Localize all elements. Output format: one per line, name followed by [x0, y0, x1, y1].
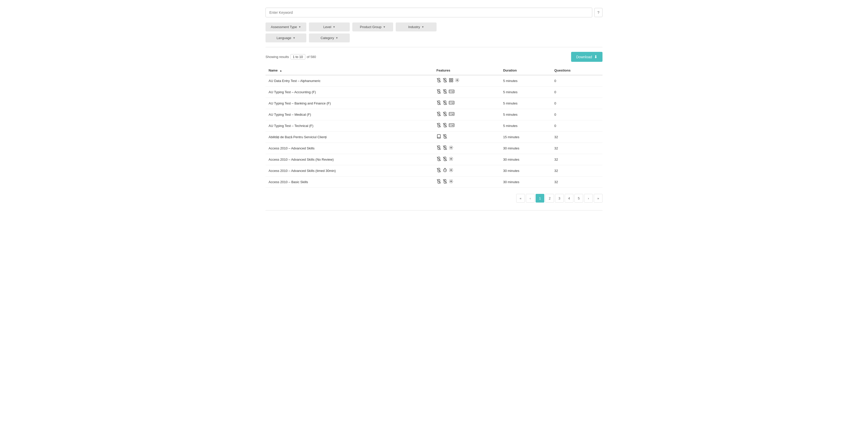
cell-questions: 32 — [551, 177, 602, 188]
keyboard-icon — [449, 112, 455, 118]
cell-duration: 30 minutes — [500, 143, 552, 154]
mobile-off-icon — [437, 145, 441, 151]
pagination-page-4[interactable]: 4 — [565, 194, 574, 203]
help-button[interactable]: ? — [594, 8, 602, 17]
filters-row-2: Language ▼ Category ▼ — [266, 33, 602, 42]
no-back-icon — [443, 100, 447, 106]
chevron-down-icon: ▼ — [333, 26, 336, 28]
cell-features — [433, 98, 500, 109]
mobile-off-icon — [437, 89, 441, 95]
chevron-down-icon: ▼ — [422, 26, 424, 28]
pagination-page-2[interactable]: 2 — [545, 194, 554, 203]
filter-level[interactable]: Level ▼ — [309, 23, 350, 31]
search-input[interactable] — [266, 8, 592, 18]
download-button[interactable]: Download ⬇ — [571, 52, 602, 62]
cell-questions: 32 — [551, 154, 602, 165]
table-header-row: Name ▲ Features Duration Questions — [266, 66, 602, 75]
mobile-off-icon — [437, 123, 441, 129]
cell-questions: 0 — [551, 109, 602, 120]
cell-duration: 5 minutes — [500, 87, 552, 98]
pagination: « ‹ 1 2 3 4 5 › » — [266, 194, 602, 203]
no-back-icon — [443, 78, 447, 84]
filter-industry[interactable]: Industry ▼ — [396, 23, 437, 31]
svg-point-83 — [450, 181, 452, 182]
pagination-page-1[interactable]: 1 — [536, 194, 544, 203]
cell-questions: 32 — [551, 131, 602, 143]
table-row: AU Typing Test – Medical (F)5 minutes0 — [266, 109, 602, 120]
cell-features — [433, 131, 500, 143]
svg-line-66 — [437, 146, 441, 150]
svg-rect-13 — [449, 90, 454, 93]
results-bar: Showing results 1 to 10 of 580 Download … — [266, 52, 602, 62]
svg-line-23 — [437, 101, 441, 105]
cell-name: Access 2010 – Advanced Skills (timed 30m… — [266, 165, 433, 177]
table-row: Access 2010 – Advanced Skills30 minutes3… — [266, 143, 602, 154]
svg-rect-39 — [449, 112, 454, 116]
cell-features — [433, 109, 500, 120]
table-row: Access 2010 – Advanced Skills (No Review… — [266, 154, 602, 165]
no-back-icon — [443, 134, 447, 140]
filter-assessment-type[interactable]: Assessment Type ▼ — [266, 23, 306, 31]
cell-features — [433, 75, 500, 87]
filter-language[interactable]: Language ▼ — [266, 33, 306, 42]
cell-questions: 32 — [551, 165, 602, 177]
cell-features — [433, 165, 500, 177]
pagination-last[interactable]: » — [594, 194, 602, 203]
divider-top — [266, 47, 602, 47]
mobile-off-icon — [437, 179, 441, 185]
no-back-icon — [443, 179, 447, 185]
chevron-down-icon: ▼ — [299, 26, 301, 28]
pagination-page-3[interactable]: 3 — [555, 194, 564, 203]
settings-icon — [449, 145, 454, 151]
cell-name: AU Typing Test – Accounting (F) — [266, 87, 433, 98]
table-row: AU Typing Test – Banking and Finance (F)… — [266, 98, 602, 109]
results-range: 1 to 10 — [290, 54, 305, 60]
svg-rect-4 — [449, 79, 451, 80]
cell-name: AU Typing Test – Technical (F) — [266, 120, 433, 131]
pagination-prev[interactable]: ‹ — [526, 194, 535, 203]
svg-line-64 — [443, 135, 447, 139]
col-name: Name ▲ — [266, 66, 433, 75]
mobile-off-icon — [437, 112, 441, 118]
pagination-page-5[interactable]: 5 — [575, 194, 583, 203]
mobile-off-icon — [437, 168, 441, 174]
cell-questions: 32 — [551, 143, 602, 154]
cell-name: AU Data Entry Test – Alphanumeric — [266, 75, 433, 87]
no-back-icon — [443, 145, 447, 151]
svg-line-10 — [437, 90, 441, 93]
cell-duration: 30 minutes — [500, 177, 552, 188]
cell-features — [433, 87, 500, 98]
grid-icon — [449, 78, 454, 84]
svg-rect-52 — [449, 124, 454, 127]
filter-category[interactable]: Category ▼ — [309, 33, 350, 42]
table-row: Abilități de Bază Pentru Serviciul Clien… — [266, 131, 602, 143]
tablet-icon — [437, 134, 441, 140]
svg-rect-7 — [452, 81, 453, 82]
cell-name: AU Typing Test – Medical (F) — [266, 109, 433, 120]
svg-line-68 — [443, 146, 447, 150]
svg-line-82 — [443, 180, 447, 183]
svg-line-3 — [443, 79, 447, 82]
cell-questions: 0 — [551, 75, 602, 87]
table-row: Access 2010 – Basic Skills30 minutes32 — [266, 177, 602, 188]
filters-row-1: Assessment Type ▼ Level ▼ Product Group … — [266, 23, 602, 31]
filter-product-group[interactable]: Product Group ▼ — [352, 23, 393, 31]
svg-rect-26 — [449, 101, 454, 105]
no-back-icon — [443, 112, 447, 118]
svg-line-38 — [443, 112, 447, 116]
results-text: Showing results 1 to 10 of 580 — [266, 54, 316, 60]
settings-icon — [449, 168, 454, 174]
no-back-icon — [443, 123, 447, 129]
timer-icon — [443, 168, 447, 174]
table-row: AU Data Entry Test – Alphanumeric5 minut… — [266, 75, 602, 87]
cell-questions: 0 — [551, 120, 602, 131]
no-back-icon — [443, 156, 447, 162]
mobile-off-icon — [437, 78, 441, 84]
cell-name: Access 2010 – Advanced Skills — [266, 143, 433, 154]
pagination-next[interactable]: › — [584, 194, 593, 203]
svg-line-76 — [437, 168, 441, 172]
cell-duration: 5 minutes — [500, 120, 552, 131]
settings-icon — [449, 156, 454, 162]
no-back-icon — [443, 89, 447, 95]
pagination-first[interactable]: « — [516, 194, 525, 203]
